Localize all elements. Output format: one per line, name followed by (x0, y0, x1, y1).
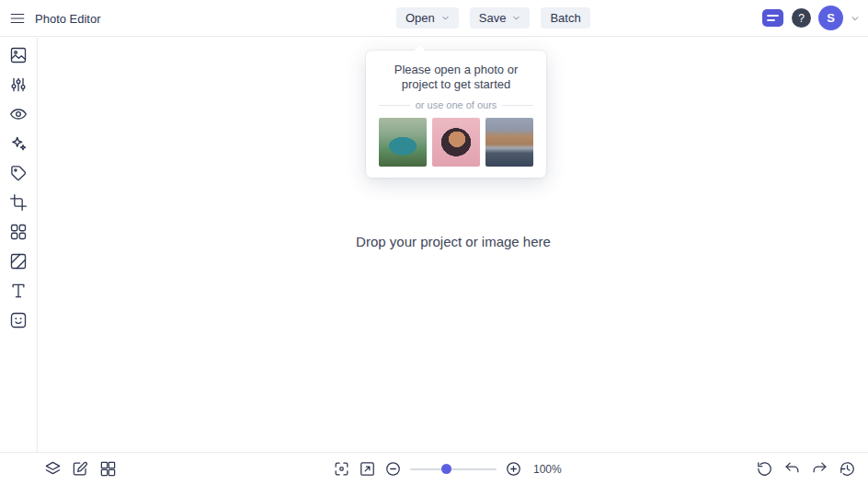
eye-icon (9, 105, 28, 123)
redo-button[interactable] (811, 460, 828, 478)
popover-arrow (414, 45, 426, 57)
collage-grid-button[interactable] (99, 460, 117, 478)
save-button-label: Save (479, 11, 507, 25)
divider-line (379, 105, 410, 106)
sidebar-item-text[interactable] (9, 282, 28, 300)
fit-screen-icon (333, 460, 350, 478)
undo-button[interactable] (783, 460, 801, 478)
sliders-icon (9, 75, 28, 94)
edit-image-icon (72, 460, 89, 478)
sidebar-item-shapes[interactable] (9, 223, 28, 241)
reset-button[interactable] (756, 460, 773, 478)
account-actions: ? S (761, 6, 860, 30)
open-button-label: Open (405, 11, 435, 25)
edit-image-button[interactable] (72, 460, 89, 478)
bottom-left-tools (44, 460, 117, 478)
photo-icon (9, 46, 28, 64)
hamburger-menu-button[interactable] (9, 10, 26, 27)
history-tools (756, 460, 856, 478)
reset-icon (756, 460, 773, 478)
account-menu-chevron[interactable] (851, 14, 860, 23)
batch-button-label: Batch (550, 11, 580, 25)
sample-thumb-van[interactable] (379, 118, 427, 167)
sidebar-item-crop[interactable] (9, 193, 28, 212)
text-icon (9, 282, 28, 300)
layers-icon (44, 460, 62, 478)
sample-thumb-canal[interactable] (485, 118, 533, 167)
top-bar: Photo Editor Open Save Batch ? (0, 0, 868, 37)
actual-size-button[interactable] (359, 460, 376, 478)
popover-divider-label: or use one of ours (416, 99, 497, 110)
get-started-popover: Please open a photo or project to get st… (366, 51, 546, 178)
tag-icon (9, 164, 28, 182)
sidebar-item-overlay[interactable] (9, 252, 28, 271)
grid-icon (99, 460, 117, 478)
sample-photos (379, 118, 533, 167)
help-button[interactable]: ? (792, 8, 811, 28)
sticker-icon (9, 311, 28, 329)
zoom-out-icon (384, 460, 402, 478)
question-mark-icon: ? (798, 12, 805, 25)
fit-screen-button[interactable] (333, 460, 350, 478)
layers-button[interactable] (44, 460, 62, 478)
sidebar-item-tag[interactable] (9, 164, 28, 182)
sidebar-item-photo[interactable] (9, 46, 28, 64)
sparkles-icon (9, 134, 28, 153)
zoom-out-button[interactable] (384, 460, 402, 478)
sample-thumb-portrait[interactable] (432, 118, 480, 167)
popover-message: Please open a photo or project to get st… (379, 63, 533, 91)
zoom-in-button[interactable] (505, 460, 522, 478)
app-title: Photo Editor (35, 12, 101, 26)
zoom-slider-thumb[interactable] (441, 464, 451, 474)
chevron-down-icon (512, 14, 520, 22)
redo-icon (811, 460, 828, 478)
avatar-initial: S (827, 11, 835, 25)
chat-icon (761, 8, 784, 28)
actual-size-icon (359, 460, 376, 478)
zoom-slider-track[interactable] (410, 468, 497, 470)
save-button[interactable]: Save (470, 7, 531, 29)
zoom-level: 100% (533, 463, 562, 476)
undo-icon (783, 460, 801, 478)
avatar[interactable]: S (818, 6, 843, 30)
history-button[interactable] (839, 460, 856, 478)
sidebar-item-sticker[interactable] (9, 311, 28, 329)
open-button[interactable]: Open (396, 7, 459, 29)
sidebar-item-visibility[interactable] (9, 105, 28, 123)
divider-line (502, 105, 533, 106)
editor-canvas[interactable]: Please open a photo or project to get st… (39, 38, 868, 452)
tool-sidebar (0, 38, 38, 452)
popover-divider: or use one of ours (379, 99, 533, 110)
history-icon (839, 460, 856, 478)
chevron-down-icon (441, 14, 450, 22)
sidebar-item-effects[interactable] (9, 134, 28, 153)
crop-icon (9, 193, 28, 212)
zoom-slider[interactable] (410, 460, 497, 478)
sidebar-item-adjustments[interactable] (9, 75, 28, 94)
batch-button[interactable]: Batch (541, 7, 589, 29)
feedback-chat-button[interactable] (761, 8, 784, 28)
shapes-grid-icon (9, 223, 28, 241)
drop-zone-hint: Drop your project or image here (39, 234, 868, 249)
zoom-in-icon (505, 460, 522, 478)
zoom-controls: 100% (333, 460, 562, 478)
hamburger-icon (9, 10, 26, 27)
bottom-toolbar: 100% (0, 452, 868, 485)
file-actions: Open Save Batch (396, 7, 590, 29)
overlay-icon (9, 252, 28, 271)
